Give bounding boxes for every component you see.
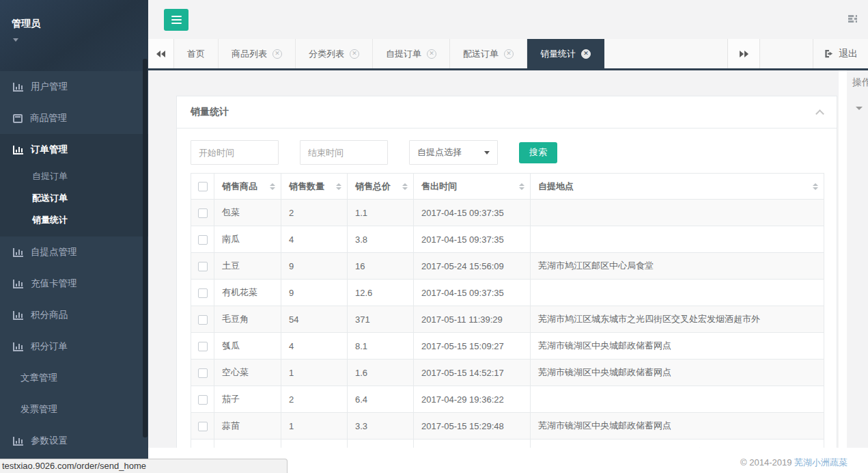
bar-chart-icon [13, 83, 23, 92]
sidebar-nav: 用户管理商品管理订单管理自提订单配送订单销量统计自提点管理充值卡管理积分商品积分… [0, 71, 148, 457]
sales-stats-panel: 销量统计 自提点选择 搜索 [176, 96, 837, 448]
product-cell: 有机花菜 [214, 280, 281, 306]
tab-自提订单[interactable]: 自提订单✕ [373, 39, 450, 68]
sidebar-item-积分订单[interactable]: 积分订单 [0, 331, 148, 362]
tab-label: 商品列表 [232, 48, 267, 60]
quantity-cell: 4 [281, 226, 348, 253]
user-profile[interactable]: 管理员 [0, 0, 148, 71]
row-checkbox[interactable] [198, 422, 208, 431]
sidebar-scrollbar[interactable] [143, 59, 148, 437]
quantity-cell: 1 [281, 360, 348, 386]
sort-icon[interactable] [813, 183, 818, 190]
quantity-cell: 4 [281, 333, 348, 360]
sort-icon[interactable] [270, 183, 275, 190]
column-header-销售数量[interactable]: 销售数量 [281, 174, 348, 200]
sidebar-item-label: 文章管理 [20, 372, 57, 384]
sidebar-subitem-销量统计[interactable]: 销量统计 [0, 209, 148, 231]
table-row: 毛豆角543712017-05-11 11:39:29芜湖市鸠江区城东城市之光四… [191, 306, 824, 333]
sidebar-item-label: 发票管理 [20, 403, 57, 416]
calendar-icon [13, 114, 23, 123]
bar-chart-icon [13, 342, 23, 351]
sidebar-item-label: 自提点管理 [31, 246, 77, 258]
sidebar-item-label: 商品管理 [30, 112, 67, 124]
sidebar-item-商品管理[interactable]: 商品管理 [0, 103, 148, 134]
select-all-header [191, 174, 214, 200]
row-checkbox[interactable] [198, 315, 208, 325]
tab-close-icon[interactable]: ✕ [272, 49, 282, 59]
tabs-scroll-right-button[interactable] [727, 39, 760, 68]
time-cell: 2017-05-15 15:09:27 [414, 333, 531, 360]
table-row: 蒜苗13.32017-05-15 15:29:48芜湖市镜湖区中央城邮政储蓄网点 [191, 413, 824, 440]
row-checkbox[interactable] [198, 288, 208, 298]
row-checkbox[interactable] [198, 235, 208, 245]
row-select-cell [191, 200, 214, 226]
column-header-销售总价[interactable]: 销售总价 [348, 174, 414, 200]
row-checkbox[interactable] [198, 208, 208, 218]
location-cell: 芜湖市鸠江区邮区中心局食堂 [531, 253, 824, 280]
right-white-band [839, 70, 847, 448]
sidebar-item-文章管理[interactable]: 文章管理 [0, 362, 148, 394]
bar-chart-icon [13, 146, 23, 154]
quantity-cell: 3 [281, 440, 348, 448]
bar-chart-icon [13, 311, 23, 320]
sidebar-item-充值卡管理[interactable]: 充值卡管理 [0, 268, 148, 299]
tab-配送订单[interactable]: 配送订单✕ [450, 39, 527, 68]
start-time-input[interactable] [191, 140, 279, 165]
tabs-scroll-left-button[interactable] [148, 39, 174, 68]
footer-link[interactable]: 芜湖小洲蔬菜 [794, 457, 848, 468]
time-cell: 2017-05-15 14:52:17 [414, 360, 531, 386]
sort-icon[interactable] [402, 183, 408, 190]
time-cell: 2017-04-29 19:36:22 [414, 386, 531, 413]
tab-close-icon[interactable]: ✕ [504, 49, 514, 59]
filter-row: 自提点选择 搜索 [191, 140, 823, 165]
tab-label: 配送订单 [463, 48, 499, 60]
quantity-cell: 2 [281, 200, 348, 226]
sidebar-subitem-配送订单[interactable]: 配送订单 [0, 187, 148, 209]
tab-close-icon[interactable]: ✕ [581, 49, 591, 59]
sort-icon[interactable] [336, 183, 341, 190]
total-cell: 1.6 [348, 360, 414, 386]
sidebar-subitem-label: 配送订单 [32, 192, 68, 204]
location-cell [531, 386, 824, 413]
product-cell: 土豆 [214, 253, 281, 280]
caret-down-icon[interactable] [856, 107, 863, 110]
location-cell: 芜湖市鸠江区城东万科城入口处桥记面馆门口 [531, 440, 824, 448]
column-header-inner: 销售总价 [355, 180, 408, 193]
sidebar-item-发票管理[interactable]: 发票管理 [0, 394, 148, 425]
search-button[interactable]: 搜索 [519, 142, 557, 163]
row-checkbox[interactable] [198, 368, 208, 378]
end-time-input[interactable] [300, 140, 388, 165]
tab-销量统计[interactable]: 销量统计✕ [527, 39, 604, 68]
total-cell: 12.6 [348, 280, 414, 306]
column-header-售出时间[interactable]: 售出时间 [414, 174, 531, 200]
row-select-cell [191, 306, 214, 333]
sidebar-item-参数设置[interactable]: 参数设置 [0, 425, 148, 457]
row-checkbox[interactable] [198, 395, 208, 405]
tab-close-icon[interactable]: ✕ [350, 49, 359, 59]
collapse-icon[interactable] [815, 109, 824, 118]
tab-商品列表[interactable]: 商品列表✕ [219, 39, 296, 68]
sidebar-subitem-自提订单[interactable]: 自提订单 [0, 165, 148, 187]
quantity-cell: 2 [281, 386, 348, 413]
pickup-point-select[interactable]: 自提点选择 [409, 140, 498, 165]
column-header-销售商品[interactable]: 销售商品 [214, 174, 281, 200]
tasks-icon[interactable] [848, 15, 857, 23]
bar-chart-icon [13, 437, 23, 446]
row-checkbox[interactable] [198, 262, 208, 271]
column-header-自提地点[interactable]: 自提地点 [531, 174, 824, 200]
sidebar-item-积分商品[interactable]: 积分商品 [0, 299, 148, 331]
tab-close-icon[interactable]: ✕ [427, 49, 436, 59]
sidebar-item-用户管理[interactable]: 用户管理 [0, 71, 148, 103]
sort-icon[interactable] [519, 183, 524, 190]
select-all-checkbox[interactable] [198, 182, 208, 191]
table-row: 南瓜43.82017-04-15 09:37:35 [191, 226, 824, 253]
chevron-down-icon[interactable] [13, 38, 18, 42]
tab-首页[interactable]: 首页 [174, 39, 219, 68]
tab-分类列表[interactable]: 分类列表✕ [296, 39, 373, 68]
sidebar-item-自提点管理[interactable]: 自提点管理 [0, 236, 148, 268]
logout-button[interactable]: 退出 [813, 39, 868, 68]
menu-toggle-button[interactable] [164, 9, 188, 31]
row-checkbox[interactable] [198, 342, 208, 351]
sidebar-item-订单管理[interactable]: 订单管理 [0, 134, 148, 165]
sidebar-item-label: 参数设置 [31, 435, 68, 447]
